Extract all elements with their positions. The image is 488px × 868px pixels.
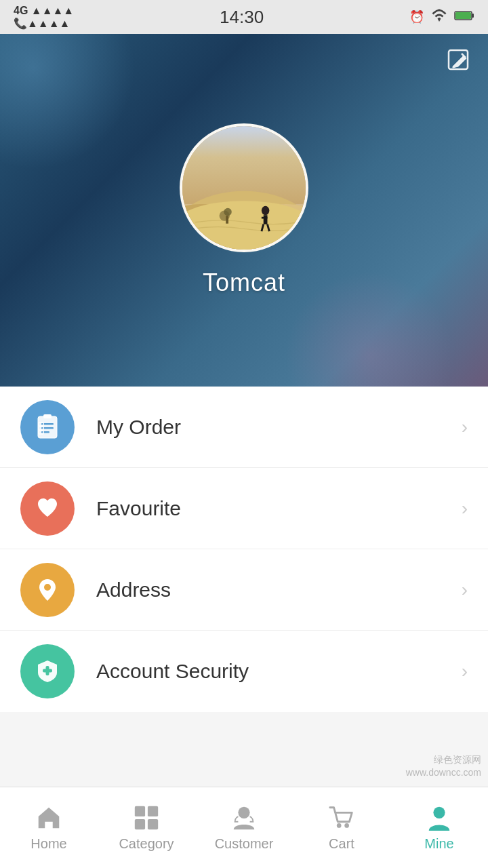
menu-list: My Order › Favourite › Address › <box>0 387 488 712</box>
svg-rect-33 <box>135 819 145 829</box>
account-security-icon-wrap <box>20 644 75 698</box>
svg-point-27 <box>44 584 51 591</box>
svg-rect-34 <box>148 819 158 829</box>
heart-icon <box>34 495 61 522</box>
nav-mine-label: Mine <box>424 836 453 852</box>
svg-rect-23 <box>41 431 49 433</box>
pin-icon <box>34 576 61 604</box>
nav-mine[interactable]: Mine <box>390 787 488 868</box>
svg-point-13 <box>262 206 269 215</box>
favourite-label: Favourite <box>96 497 462 520</box>
order-icon <box>34 414 61 441</box>
wifi-icon <box>431 7 447 27</box>
my-order-icon-wrap <box>20 400 75 454</box>
svg-point-38 <box>433 807 445 818</box>
nav-customer[interactable]: Customer <box>195 787 293 868</box>
category-icon <box>132 804 161 832</box>
svg-rect-14 <box>264 215 268 224</box>
hero-section: Tomcat <box>0 34 488 387</box>
svg-point-11 <box>224 208 231 216</box>
svg-rect-29 <box>43 669 52 673</box>
svg-rect-20 <box>43 414 52 418</box>
status-icons: ⏰ <box>409 7 474 27</box>
svg-rect-31 <box>135 806 145 816</box>
home-icon <box>35 804 63 832</box>
watermark: 绿色资源网www.downcc.com <box>406 753 481 780</box>
customer-icon <box>230 804 258 832</box>
nav-customer-label: Customer <box>215 836 274 852</box>
favourite-icon-wrap <box>20 481 75 536</box>
svg-rect-32 <box>148 806 158 816</box>
edit-button[interactable] <box>446 47 472 79</box>
my-order-item[interactable]: My Order › <box>0 387 488 468</box>
nav-cart-label: Cart <box>329 836 354 852</box>
address-chevron: › <box>462 579 468 601</box>
time-display: 14:30 <box>220 7 264 28</box>
my-order-chevron: › <box>462 416 468 438</box>
svg-point-35 <box>238 807 249 818</box>
network-signal: 4G ▲▲▲▲ <box>14 4 74 17</box>
shield-icon <box>34 658 61 685</box>
signal-info: 4G ▲▲▲▲ 📞▲▲▲▲ <box>14 4 74 30</box>
address-icon-wrap <box>20 563 75 617</box>
svg-rect-12 <box>226 216 228 223</box>
nav-category-label: Category <box>119 836 174 852</box>
avatar <box>180 123 308 252</box>
nav-home-label: Home <box>30 836 66 852</box>
svg-rect-1 <box>472 14 474 18</box>
mine-icon <box>425 804 453 832</box>
account-security-item[interactable]: Account Security › <box>0 631 488 712</box>
address-item[interactable]: Address › <box>0 549 488 631</box>
nav-cart[interactable]: Cart <box>293 787 390 868</box>
svg-rect-2 <box>455 12 471 19</box>
account-security-label: Account Security <box>96 660 462 683</box>
username-display: Tomcat <box>203 269 285 297</box>
address-label: Address <box>96 578 462 601</box>
status-bar: 4G ▲▲▲▲ 📞▲▲▲▲ 14:30 ⏰ <box>0 0 488 34</box>
svg-point-37 <box>344 823 349 828</box>
nav-home[interactable]: Home <box>0 787 98 868</box>
my-order-label: My Order <box>96 416 462 439</box>
clock-icon: ⏰ <box>409 9 424 24</box>
favourite-item[interactable]: Favourite › <box>0 468 488 549</box>
bottom-nav: Home Category Customer Cart <box>0 787 488 868</box>
svg-point-9 <box>182 201 306 250</box>
call-signal: 📞▲▲▲▲ <box>14 17 74 30</box>
cart-icon <box>327 804 356 832</box>
svg-point-36 <box>337 823 342 828</box>
account-security-chevron: › <box>462 660 468 682</box>
nav-category[interactable]: Category <box>98 787 195 868</box>
battery-icon <box>454 9 474 25</box>
favourite-chevron: › <box>462 498 468 519</box>
